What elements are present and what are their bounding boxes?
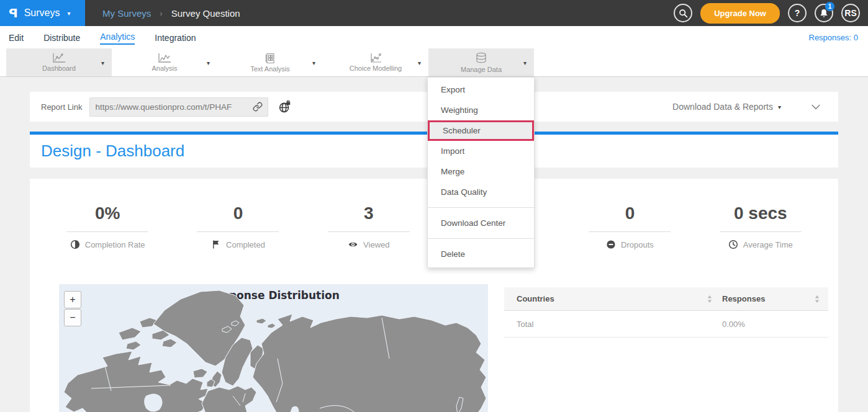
tab-manage-data[interactable]: Manage Data ▾ [428, 48, 534, 76]
sort-icon[interactable] [815, 295, 820, 303]
stat-completed: 0 Completed [173, 204, 303, 249]
scatter-chart-icon [369, 53, 382, 63]
database-icon [475, 52, 487, 65]
tab-analysis[interactable]: Analysis ▾ [112, 48, 217, 76]
search-button[interactable] [674, 4, 692, 22]
globe-lock-icon[interactable] [278, 101, 291, 114]
row-responses-value: 0.00% [722, 320, 745, 329]
tab-dashboard[interactable]: Dashboard ▾ [6, 48, 112, 76]
tab-choice-modelling[interactable]: Choice Modelling ▾ [323, 48, 428, 76]
avatar-initials: RS [844, 8, 856, 18]
breadcrumb-my-surveys[interactable]: My Surveys [102, 8, 151, 19]
stat-value: 0% [42, 204, 173, 223]
row-country-label: Total [517, 320, 533, 329]
caret-down-icon[interactable]: ▾ [523, 59, 527, 66]
search-icon [679, 9, 688, 18]
menu-item-merge[interactable]: Merge [428, 161, 534, 182]
stat-average-time: 0 secs Average Time [695, 204, 826, 249]
report-url-box [89, 97, 268, 117]
user-avatar[interactable]: RS [841, 4, 860, 22]
line-chart-icon [52, 53, 66, 63]
tab-label: Analysis [152, 65, 178, 72]
stat-value: 0 secs [695, 204, 826, 223]
stat-value: 3 [304, 204, 434, 223]
app-window: P Surveys ▾ My Surveys › Survey Question… [0, 0, 868, 412]
clock-icon [728, 240, 738, 249]
menu-divider [428, 238, 534, 239]
table-row: Total 0.00% [504, 311, 828, 338]
tab-label: Dashboard [42, 65, 76, 72]
product-name: Surveys [24, 7, 60, 19]
menu-item-import[interactable]: Import [428, 141, 534, 161]
world-map-chart: + − Response Distribution [59, 284, 488, 412]
link-icon[interactable] [253, 102, 263, 112]
countries-table: Countries Responses Total 0. [504, 287, 828, 412]
caret-down-icon[interactable]: ▾ [312, 59, 315, 66]
caret-down-icon[interactable]: ▾ [418, 59, 421, 66]
caret-down-icon[interactable]: ▾ [207, 59, 210, 66]
collapse-panel-button[interactable] [810, 101, 822, 113]
stat-label: Completion Rate [85, 240, 145, 249]
document-icon [264, 53, 276, 64]
countries-table-header: Countries Responses [504, 287, 828, 311]
sort-icon[interactable] [707, 295, 712, 303]
stat-value: 0 [564, 204, 695, 223]
stat-label: Completed [226, 240, 265, 249]
menu-item-download-center[interactable]: Download Center [428, 213, 534, 233]
nav-item-integration[interactable]: Integration [155, 32, 196, 43]
map-zoom-controls: + − [64, 291, 81, 326]
tab-text-analysis[interactable]: Text Analysis ▾ [217, 48, 323, 76]
page-title: Design - Dashboard [41, 141, 184, 161]
flag-icon [211, 240, 221, 249]
breadcrumb: My Surveys › Survey Question [102, 8, 240, 19]
menu-item-export[interactable]: Export [428, 79, 534, 100]
menu-item-weighting[interactable]: Weighting [428, 100, 534, 120]
stat-value: 0 [173, 204, 303, 223]
caret-down-icon: ▾ [778, 104, 781, 110]
nav-item-analytics[interactable]: Analytics [100, 30, 135, 45]
minus-circle-icon [606, 240, 616, 249]
response-distribution-section: + − Response Distribution [30, 284, 838, 412]
topbar-actions: Upgrade Now ? 1 RS [674, 3, 868, 24]
questionpro-logo: P [9, 6, 18, 20]
nav-item-edit[interactable]: Edit [9, 32, 24, 43]
manage-data-menu: Export Weighting Scheduler Import Merge … [427, 77, 535, 268]
map-zoom-in-button[interactable]: + [64, 291, 81, 308]
upgrade-now-button[interactable]: Upgrade Now [700, 3, 780, 24]
map-zoom-out-button[interactable]: − [64, 309, 81, 326]
menu-item-delete[interactable]: Delete [428, 244, 534, 264]
surveys-product-switcher[interactable]: P Surveys ▾ [0, 0, 85, 26]
download-data-label: Download Data & Reports [672, 102, 773, 112]
stat-label: Viewed [363, 240, 389, 249]
topbar: P Surveys ▾ My Surveys › Survey Question… [0, 0, 868, 26]
eye-icon [348, 240, 358, 249]
chevron-down-icon [810, 101, 822, 113]
menu-divider [428, 207, 534, 208]
report-url-input[interactable] [95, 102, 249, 112]
stat-label: Dropouts [621, 240, 654, 249]
responses-count-link[interactable]: Responses: 0 [809, 33, 860, 42]
notification-badge: 1 [825, 2, 834, 11]
tab-label: Text Analysis [250, 65, 290, 73]
column-header-countries[interactable]: Countries [517, 294, 554, 303]
section-nav: Edit Distribute Analytics Integration Re… [0, 26, 868, 48]
question-mark-icon: ? [795, 8, 800, 18]
nav-item-distribute[interactable]: Distribute [43, 32, 80, 43]
menu-item-scheduler[interactable]: Scheduler [428, 120, 534, 141]
breadcrumb-current: Survey Question [171, 8, 240, 19]
report-link-label: Report Link [41, 102, 82, 112]
download-data-dropdown[interactable]: Download Data & Reports ▾ [672, 102, 781, 112]
world-map-svg [59, 284, 488, 412]
breadcrumb-separator-icon: › [160, 9, 162, 18]
analytics-toolbar: Dashboard ▾ Analysis ▾ Text Analysis ▾ C… [0, 48, 868, 77]
column-header-responses[interactable]: Responses [722, 294, 765, 303]
caret-down-icon[interactable]: ▾ [101, 59, 104, 66]
help-button[interactable]: ? [788, 4, 807, 22]
stat-dropouts: 0 Dropouts [564, 204, 695, 249]
notifications-button[interactable]: 1 [815, 4, 833, 22]
stat-label: Average Time [743, 240, 793, 249]
half-circle-icon [70, 240, 80, 249]
tab-label: Manage Data [461, 66, 502, 73]
menu-item-data-quality[interactable]: Data Quality [428, 182, 534, 202]
stat-completion-rate: 0% Completion Rate [42, 204, 173, 249]
